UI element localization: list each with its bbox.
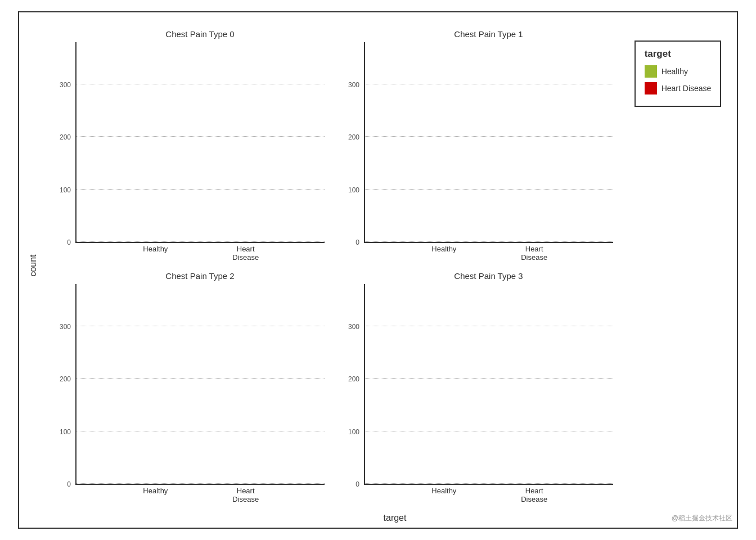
- legend-container: target Healthy Heart Disease: [624, 24, 731, 507]
- subplot-title-3: Chest Pain Type 3: [364, 271, 613, 281]
- x-label-3-1: Heart Disease: [512, 487, 557, 503]
- x-label-2-0: Healthy: [133, 487, 178, 503]
- y-tick-100: 100: [60, 429, 71, 435]
- legend-label-disease: Heart Disease: [662, 84, 712, 93]
- y-tick-300: 300: [60, 323, 71, 330]
- x-label-2-1: Heart Disease: [223, 487, 268, 503]
- subplot-0: Chest Pain Type 00100200300HealthyHeart …: [42, 24, 330, 266]
- plot-inner-3: 0100200300HealthyHeart Disease: [364, 284, 613, 485]
- subplot-title-1: Chest Pain Type 1: [364, 29, 613, 39]
- x-axis-title: target: [384, 513, 407, 523]
- legend-box: target Healthy Heart Disease: [634, 40, 722, 107]
- legend-item-healthy: Healthy: [645, 65, 712, 78]
- x-label-1-1: Heart Disease: [512, 245, 557, 262]
- main-chart: count Chest Pain Type 00100200300Healthy…: [18, 11, 738, 529]
- x-label-1-0: Healthy: [421, 245, 466, 262]
- y-tick-200: 200: [348, 376, 359, 382]
- plots-grid: Chest Pain Type 00100200300HealthyHeart …: [42, 24, 619, 507]
- x-labels-1: HealthyHeart Disease: [365, 245, 613, 262]
- x-axis-title-row: target: [19, 513, 737, 528]
- y-tick-300: 300: [348, 323, 359, 330]
- y-tick-100: 100: [348, 187, 359, 194]
- bars-container-0: [76, 42, 325, 242]
- plot-inner-1: 0100200300HealthyHeart Disease: [364, 42, 613, 243]
- y-tick-0: 0: [67, 481, 71, 488]
- bars-container-3: [365, 284, 613, 484]
- subplot-title-2: Chest Pain Type 2: [75, 271, 325, 281]
- y-tick-200: 200: [60, 134, 71, 141]
- y-tick-200: 200: [348, 134, 359, 141]
- legend-swatch-disease: [645, 82, 657, 94]
- y-tick-0: 0: [356, 239, 359, 246]
- plot-inner-0: 0100200300HealthyHeart Disease: [75, 42, 325, 243]
- bars-container-1: [365, 42, 613, 242]
- subplot-1: Chest Pain Type 10100200300HealthyHeart …: [330, 24, 619, 266]
- legend-swatch-healthy: [645, 65, 657, 78]
- x-labels-3: HealthyHeart Disease: [365, 487, 613, 503]
- subplot-3: Chest Pain Type 30100200300HealthyHeart …: [330, 266, 619, 507]
- y-tick-0: 0: [67, 239, 71, 246]
- y-tick-300: 300: [60, 82, 71, 88]
- subplot-2: Chest Pain Type 20100200300HealthyHeart …: [42, 266, 330, 507]
- y-tick-100: 100: [348, 429, 359, 435]
- watermark: @稻土掘金技术社区: [672, 514, 732, 523]
- y-axis-label: count: [28, 254, 38, 276]
- plot-inner-2: 0100200300HealthyHeart Disease: [75, 284, 325, 485]
- legend-item-disease: Heart Disease: [645, 82, 712, 94]
- x-label-3-0: Healthy: [421, 487, 466, 503]
- legend-label-healthy: Healthy: [662, 67, 688, 76]
- subplot-title-0: Chest Pain Type 0: [75, 29, 325, 39]
- y-axis-label-container: count: [25, 24, 42, 507]
- legend-title: target: [645, 48, 712, 60]
- bars-container-2: [76, 284, 325, 484]
- x-labels-0: HealthyHeart Disease: [76, 245, 325, 262]
- x-label-0-0: Healthy: [133, 245, 178, 262]
- y-tick-0: 0: [356, 481, 359, 488]
- x-label-0-1: Heart Disease: [223, 245, 268, 262]
- y-tick-300: 300: [348, 82, 359, 88]
- x-labels-2: HealthyHeart Disease: [76, 487, 325, 503]
- y-tick-100: 100: [60, 187, 71, 194]
- y-tick-200: 200: [60, 376, 71, 382]
